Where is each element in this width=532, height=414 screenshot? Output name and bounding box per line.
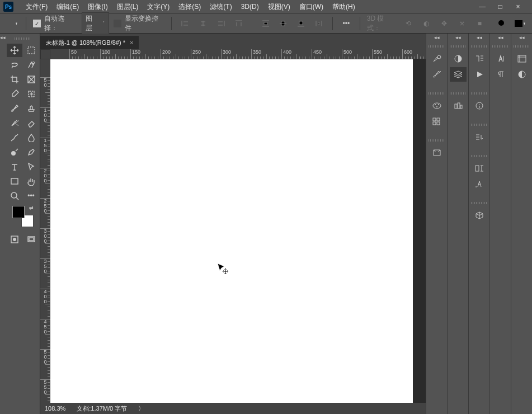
menu-3d[interactable]: 3D(D): [237, 0, 263, 13]
svg-rect-20: [437, 118, 440, 121]
actions-panel-icon[interactable]: [471, 67, 488, 82]
menu-view[interactable]: 视图(V): [263, 0, 295, 13]
more-options-icon[interactable]: •••: [340, 17, 353, 30]
menu-layer[interactable]: 图层(L): [112, 0, 143, 13]
3d-zoom-icon[interactable]: ■: [473, 17, 486, 30]
distribute-top-icon[interactable]: [259, 17, 272, 30]
3d-slide-icon[interactable]: ⤧: [455, 17, 469, 30]
type-tool[interactable]: [7, 160, 22, 173]
properties-panel-icon[interactable]: [429, 114, 445, 129]
menu-select[interactable]: 选择(S): [174, 0, 205, 13]
menu-image[interactable]: 图像(I): [83, 0, 112, 13]
ruler-origin[interactable]: [40, 49, 50, 59]
swap-colors-icon[interactable]: ⇄: [29, 205, 34, 210]
canvas[interactable]: [50, 59, 413, 403]
auto-select-checkbox[interactable]: ✓自动选择：: [33, 14, 77, 33]
navigator-panel-icon[interactable]: [514, 67, 530, 82]
move-tool[interactable]: [7, 44, 22, 57]
close-tab-icon[interactable]: ×: [130, 39, 133, 46]
distribute-center-icon[interactable]: [277, 17, 290, 30]
marquee-tool[interactable]: [23, 44, 39, 57]
menu-filter[interactable]: 滤镜(T): [205, 0, 236, 13]
document-tab[interactable]: 未标题-1 @ 108%(RGB/8#) * ×: [40, 36, 139, 49]
minimize-button[interactable]: —: [477, 2, 487, 12]
char-panel-icon[interactable]: [471, 177, 488, 191]
move-tool-icon[interactable]: ▾: [6, 17, 19, 30]
panel3-collapse-icon[interactable]: ◂◂: [477, 35, 482, 40]
svg-point-17: [436, 106, 437, 107]
3d-roll-icon[interactable]: ◐: [420, 17, 433, 30]
doc-info-arrow-icon[interactable]: 〉: [138, 404, 144, 413]
pen-tool[interactable]: [23, 145, 39, 159]
align-left-icon[interactable]: [178, 17, 192, 30]
history-panel-icon[interactable]: [429, 51, 445, 66]
distribute-bottom-icon[interactable]: [294, 17, 308, 30]
edit-toolbar[interactable]: •••: [23, 189, 39, 203]
lasso-tool[interactable]: [7, 58, 22, 72]
panel5-collapse-icon[interactable]: ◂◂: [519, 35, 525, 40]
color-panel-icon[interactable]: [450, 51, 467, 66]
adjustments-panel-icon[interactable]: [450, 98, 467, 113]
panel2-collapse-icon[interactable]: ◂◂: [455, 35, 461, 40]
libraries-panel-icon[interactable]: [429, 145, 445, 160]
character-panel-icon[interactable]: [492, 51, 509, 66]
menu-type[interactable]: 文字(Y): [143, 0, 174, 13]
maximize-button[interactable]: □: [495, 2, 505, 12]
menu-file[interactable]: 文件(F): [21, 0, 52, 13]
menu-help[interactable]: 帮助(H): [328, 0, 360, 13]
healing-brush-tool[interactable]: [23, 87, 39, 101]
layers-panel-icon[interactable]: [450, 67, 467, 82]
show-transform-checkbox[interactable]: 显示变换控件: [114, 14, 164, 33]
clone-stamp-tool[interactable]: [23, 102, 39, 115]
eyedropper-tool[interactable]: [7, 87, 22, 101]
blur-tool[interactable]: [23, 131, 39, 144]
history-brush-tool[interactable]: [7, 116, 22, 130]
quick-select-tool[interactable]: [23, 58, 39, 72]
learn-panel-icon[interactable]: [514, 51, 530, 66]
auto-select-target[interactable]: 图层˅: [82, 12, 109, 35]
toolbar-collapse-icon[interactable]: ◂◂: [0, 35, 6, 414]
color-swatches[interactable]: ⇄: [12, 206, 34, 227]
menu-window[interactable]: 窗口(W): [295, 0, 328, 13]
path-select-tool[interactable]: [23, 160, 39, 173]
3d-orbit-icon[interactable]: ⟲: [402, 17, 415, 30]
hand-tool[interactable]: [23, 175, 39, 188]
foreground-color[interactable]: [12, 206, 25, 218]
brush-settings-panel-icon[interactable]: [429, 67, 445, 82]
brush-tool[interactable]: [7, 102, 22, 115]
zoom-level[interactable]: 108.3%: [45, 405, 65, 412]
paragraph-styles-icon[interactable]: [471, 51, 488, 66]
quick-mask-tool[interactable]: [7, 233, 22, 246]
3d-panel-icon[interactable]: [471, 208, 488, 223]
svg-point-8: [11, 192, 17, 198]
character-styles-icon[interactable]: [471, 130, 488, 144]
crop-tool[interactable]: [7, 73, 22, 86]
info-panel-icon[interactable]: [471, 98, 488, 113]
rectangle-tool[interactable]: [7, 175, 22, 188]
distribute-spacing-icon[interactable]: [312, 17, 326, 30]
menu-edit[interactable]: 编辑(E): [52, 0, 83, 13]
frame-tool[interactable]: [23, 73, 39, 86]
panel4-collapse-icon[interactable]: ◂◂: [498, 35, 503, 40]
align-center-h-icon[interactable]: [196, 17, 210, 30]
horizontal-ruler[interactable]: 50100150200250300350400450500550600: [50, 49, 426, 59]
doc-tab-title: 未标题-1 @ 108%(RGB/8#) *: [46, 39, 125, 47]
vertical-ruler[interactable]: 50100150200250300350400450500550: [40, 59, 50, 403]
gradient-tool[interactable]: [7, 131, 22, 144]
screen-mode-tool[interactable]: [23, 233, 39, 246]
align-right-icon[interactable]: [214, 17, 228, 30]
canvas-viewport[interactable]: [50, 59, 426, 403]
glyphs-panel-icon[interactable]: [471, 161, 488, 176]
3d-pan-icon[interactable]: ✥: [437, 17, 451, 30]
search-icon[interactable]: [495, 17, 509, 30]
workspace-icon[interactable]: ▾: [513, 17, 526, 30]
doc-info[interactable]: 文档:1.37M/0 字节: [77, 404, 127, 413]
align-top-icon[interactable]: [232, 17, 246, 30]
dodge-tool[interactable]: [7, 145, 22, 159]
panel1-collapse-icon[interactable]: ◂◂: [434, 35, 440, 40]
eraser-tool[interactable]: [23, 116, 39, 130]
zoom-tool[interactable]: [7, 189, 22, 203]
swatches-panel-icon[interactable]: [429, 98, 445, 113]
paragraph-panel-icon[interactable]: [492, 67, 509, 82]
close-button[interactable]: ×: [513, 2, 523, 12]
